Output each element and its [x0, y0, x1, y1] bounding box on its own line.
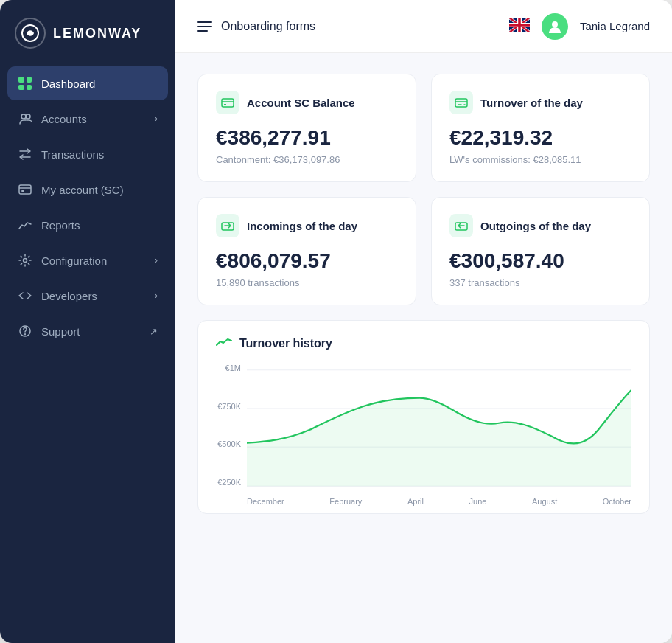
sidebar-item-accounts[interactable]: Accounts ›: [7, 102, 168, 136]
logo-area: LEMONWAY: [0, 0, 175, 66]
navigation: Dashboard Accounts ›: [0, 66, 175, 643]
svg-point-5: [24, 259, 27, 263]
sidebar-item-my-account[interactable]: My account (SC): [7, 173, 168, 206]
menu-toggle[interactable]: [197, 21, 212, 32]
cards-row-1: Account SC Balance €386,277.91 Cantonmen…: [197, 74, 650, 182]
user-name: Tania Legrand: [580, 20, 650, 32]
x-label-december: December: [247, 497, 284, 506]
configuration-icon: [18, 253, 32, 268]
account-sc-balance-title: Account SC Balance: [247, 97, 355, 109]
outgoings-icon: [449, 214, 473, 237]
content-area: Account SC Balance €386,277.91 Cantonmen…: [175, 53, 672, 643]
svg-point-2: [26, 114, 30, 119]
svg-rect-9: [222, 99, 234, 107]
y-label-750k: €750K: [216, 402, 241, 411]
accounts-chevron: ›: [155, 114, 158, 124]
cards-row-2: Incomings of the day €806,079.57 15,890 …: [197, 197, 650, 305]
sidebar-item-reports[interactable]: Reports: [7, 208, 168, 242]
page-title: Onboarding forms: [221, 20, 315, 33]
account-balance-icon: [216, 91, 239, 114]
card-turnover-day: Turnover of the day €22,319.32 LW's comm…: [431, 74, 650, 182]
y-label-250k: €250K: [216, 478, 241, 487]
chart-title: Turnover history: [239, 337, 332, 350]
sidebar-item-support[interactable]: Support ↗: [7, 314, 168, 348]
outgoings-title: Outgoings of the day: [480, 220, 591, 232]
card-account-sc-balance: Account SC Balance €386,277.91 Cantonmen…: [197, 74, 416, 182]
x-label-october: October: [603, 497, 631, 506]
sidebar-item-configuration[interactable]: Configuration ›: [7, 243, 168, 277]
transactions-icon: [18, 147, 32, 161]
main-content: Onboarding forms: [175, 0, 672, 643]
header-left: Onboarding forms: [197, 20, 315, 33]
svg-rect-12: [222, 223, 234, 230]
chart-card: Turnover history €1M €750K €500K €250K: [197, 320, 650, 514]
my-account-icon: [18, 182, 32, 197]
svg-point-1: [21, 114, 26, 119]
sidebar-item-dashboard[interactable]: Dashboard: [7, 66, 168, 100]
x-label-august: August: [532, 497, 557, 506]
account-sc-balance-amount: €386,277.91: [216, 126, 398, 150]
y-label-500k: €500K: [216, 439, 241, 448]
y-label-1m: €1M: [216, 364, 241, 372]
x-label-june: June: [469, 497, 487, 506]
incomings-icon: [216, 214, 239, 237]
developers-icon: [18, 288, 32, 303]
sidebar-item-developers[interactable]: Developers ›: [7, 279, 168, 313]
outgoings-sub: 337 transactions: [449, 277, 631, 288]
svg-rect-3: [19, 185, 31, 194]
svg-rect-11: [455, 99, 467, 107]
turnover-day-title: Turnover of the day: [480, 97, 583, 109]
accounts-icon: [18, 111, 32, 126]
header: Onboarding forms: [175, 0, 672, 53]
sidebar-item-transactions[interactable]: Transactions: [7, 137, 168, 171]
incomings-amount: €806,079.57: [216, 249, 398, 273]
logo-icon: [15, 18, 46, 49]
svg-rect-13: [455, 223, 467, 230]
outgoings-amount: €300,587.40: [449, 249, 631, 273]
x-label-april: April: [407, 497, 424, 506]
user-avatar: [542, 13, 568, 40]
chart-svg: [247, 364, 631, 493]
logo-text: LEMONWAY: [53, 26, 141, 41]
account-sc-balance-sub: Cantonment: €36,173,097.86: [216, 154, 398, 165]
configuration-chevron: ›: [155, 255, 158, 265]
header-right: Tania Legrand: [509, 13, 650, 40]
x-label-february: February: [329, 497, 362, 506]
sidebar: LEMONWAY Dashboard: [0, 0, 175, 643]
chart-trend-icon: [216, 337, 232, 350]
dashboard-icon: [18, 76, 32, 91]
turnover-day-sub: LW's commissions: €28,085.11: [449, 154, 631, 165]
card-outgoings: Outgoings of the day €300,587.40 337 tra…: [431, 197, 650, 305]
external-link-icon: ↗: [150, 326, 158, 337]
svg-rect-4: [21, 190, 24, 192]
reports-icon: [18, 218, 32, 232]
developers-chevron: ›: [155, 291, 158, 301]
language-selector[interactable]: [509, 18, 530, 35]
card-incomings: Incomings of the day €806,079.57 15,890 …: [197, 197, 416, 305]
turnover-day-amount: €22,319.32: [449, 126, 631, 150]
support-icon: [18, 324, 32, 338]
svg-rect-10: [224, 104, 226, 105]
svg-point-8: [552, 21, 558, 27]
incomings-title: Incomings of the day: [247, 220, 357, 232]
incomings-sub: 15,890 transactions: [216, 277, 398, 288]
turnover-icon: [449, 91, 473, 114]
